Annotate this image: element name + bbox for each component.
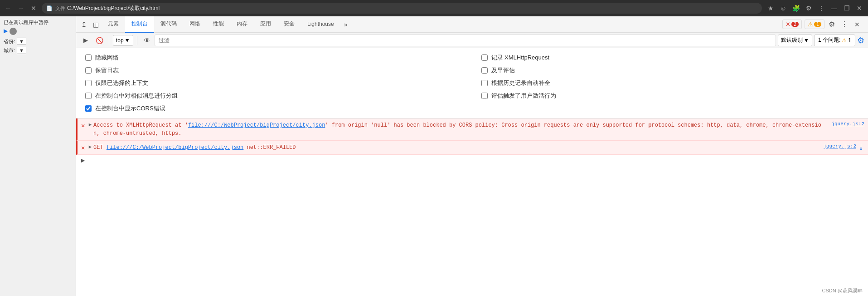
left-sidebar: 已在调试程序中暂停 ▶ 省份: ▼ 城市: ▼ xyxy=(0,16,76,296)
errors-count: 2 xyxy=(791,22,799,27)
address-bar[interactable]: 📄 文件 C:/WebProject/bigProject/读取city.htm… xyxy=(42,3,762,14)
hide-network-checkbox[interactable] xyxy=(85,54,92,61)
error-link-2[interactable]: file:///C:/WebProject/bigProject/city.js… xyxy=(107,144,243,151)
city-select-row: 城市: ▼ xyxy=(4,47,72,54)
setting-show-cors[interactable]: 在控制台中显示CORS错误 xyxy=(85,104,463,113)
errors-badge[interactable]: ✕ 2 xyxy=(782,20,802,29)
download-icon[interactable]: ⭳ xyxy=(858,143,864,151)
error-source-2[interactable]: jquery.js:2 xyxy=(823,143,856,149)
level-dropdown-arrow: ▼ xyxy=(804,37,809,44)
forward-button[interactable]: → xyxy=(16,4,25,13)
extensions-icon[interactable]: ★ xyxy=(766,3,776,13)
browser-chrome: ← → ✕ 📄 文件 C:/WebProject/bigProject/读取ci… xyxy=(0,0,868,16)
minimize-button[interactable]: — xyxy=(829,3,839,13)
filter-selects: 省份: ▼ xyxy=(4,38,72,45)
refresh-button[interactable]: ✕ xyxy=(29,4,38,13)
error-row-1: ✕ ► Access to XMLHttpRequest at 'file://… xyxy=(76,118,868,141)
tab-application[interactable]: 应用 xyxy=(254,16,277,33)
block-button[interactable]: 🚫 xyxy=(93,35,105,46)
city-select[interactable]: ▼ xyxy=(17,47,26,54)
level-selector[interactable]: 默认级别 ▼ xyxy=(778,35,812,46)
settings-grid: 隐藏网络 保留日志 仅限已选择的上下文 在控制台中对相似消息进行分组 xyxy=(85,54,859,113)
warnings-count: 1 xyxy=(814,22,821,27)
footer-watermark: CSDN @萩风溪畔 xyxy=(822,287,863,294)
address-text: C:/WebProject/bigProject/读取city.html xyxy=(67,5,160,12)
setting-eval-triggers[interactable]: 评估触发了用户激活行为 xyxy=(481,92,859,100)
setting-group-similar[interactable]: 在控制台中对相似消息进行分组 xyxy=(85,92,463,100)
show-cors-checkbox[interactable] xyxy=(85,105,92,112)
device-toggle-button[interactable]: ◫ xyxy=(90,19,102,30)
preserve-log-checkbox[interactable] xyxy=(85,67,92,74)
warnings-badge[interactable]: ⚠ 1 xyxy=(805,20,824,29)
devtools-more-button[interactable]: ⋮ xyxy=(839,19,850,30)
run-script-button[interactable]: ▶ xyxy=(80,35,92,46)
province-select[interactable]: ▼ xyxy=(17,38,26,45)
setting-context-only[interactable]: 仅限已选择的上下文 xyxy=(85,79,463,87)
error-link-1[interactable]: file:///C:/WebProject/bigProject/city.js… xyxy=(188,122,325,128)
tab-elements[interactable]: 元素 xyxy=(102,16,125,33)
devtools-settings-button[interactable]: ⚙ xyxy=(826,19,837,30)
province-label: 省份: xyxy=(4,38,15,45)
city-label: 城市: xyxy=(4,47,15,54)
devtools-icon[interactable]: ⚙ xyxy=(804,3,814,13)
tab-network[interactable]: 网络 xyxy=(183,16,207,33)
tab-bar: ↥ ◫ 元素 控制台 源代码 网络 性能 内存 应用 xyxy=(76,16,868,33)
settings-panel: 隐藏网络 保留日志 仅限已选择的上下文 在控制台中对相似消息进行分组 xyxy=(76,48,868,118)
autocomplete-checkbox[interactable] xyxy=(481,80,488,86)
running-label: 已在调试程序中暂停 xyxy=(4,19,48,26)
play-button[interactable]: ▶ xyxy=(4,28,8,35)
profile-icon[interactable]: ☺ xyxy=(778,3,788,13)
filter-input[interactable] xyxy=(155,35,776,46)
setting-log-xmlhttp[interactable]: 记录 XMLHttpRequest xyxy=(481,54,859,62)
tab-sources[interactable]: 源代码 xyxy=(154,16,183,33)
maximize-button[interactable]: ❐ xyxy=(842,3,852,13)
tab-more-button[interactable]: » xyxy=(340,21,351,28)
error-icon-1: ✕ xyxy=(81,122,85,129)
eager-eval-checkbox[interactable] xyxy=(481,67,488,74)
log-xmlhttp-checkbox[interactable] xyxy=(481,54,488,61)
setting-autocomplete[interactable]: 根据历史记录自动补全 xyxy=(481,79,859,87)
expand-button-1[interactable]: ► xyxy=(88,122,92,128)
tab-memory[interactable]: 内存 xyxy=(230,16,254,33)
lock-icon: 📄 xyxy=(46,5,53,11)
devtools-main: ↥ ◫ 元素 控制台 源代码 网络 性能 内存 应用 xyxy=(76,16,868,296)
eye-button[interactable]: 👁 xyxy=(141,35,153,46)
tab-lighthouse[interactable]: Lighthouse xyxy=(301,16,340,33)
console-toolbar: ▶ 🚫 top ▼ 👁 默认级别 ▼ 1 个问题: ⚠ 1 ⚙ xyxy=(76,33,868,48)
group-similar-checkbox[interactable] xyxy=(85,93,92,99)
eval-triggers-checkbox[interactable] xyxy=(481,93,488,99)
close-button[interactable]: ✕ xyxy=(854,3,864,13)
console-output: ✕ ► Access to XMLHttpRequest at 'file://… xyxy=(76,118,868,296)
devtools-close-button[interactable]: ✕ xyxy=(852,19,863,30)
expand-button-2[interactable]: ► xyxy=(88,144,92,150)
error-icon-2: ✕ xyxy=(81,144,85,152)
context-only-checkbox[interactable] xyxy=(85,80,92,86)
back-button[interactable]: ← xyxy=(4,4,13,13)
inspect-element-button[interactable]: ↥ xyxy=(78,19,90,30)
filter-box[interactable] xyxy=(155,35,776,46)
error-source-1[interactable]: jquery.js:2 xyxy=(831,121,864,127)
toolbar-divider-2 xyxy=(137,36,137,45)
toolbar-divider-1 xyxy=(109,36,109,45)
expand-arrow[interactable]: ► xyxy=(80,157,86,164)
context-dropdown-arrow: ▼ xyxy=(125,37,130,44)
setting-hide-network[interactable]: 隐藏网络 xyxy=(85,54,463,62)
browser-more[interactable]: ⋮ xyxy=(816,3,826,13)
extensions-btn[interactable]: 🧩 xyxy=(791,3,801,13)
setting-preserve-log[interactable]: 保留日志 xyxy=(85,66,463,74)
error-text-1: Access to XMLHttpRequest at 'file:///C:/… xyxy=(93,121,826,138)
tab-actions: ✕ 2 ⚠ 1 ⚙ ⋮ ✕ xyxy=(782,19,866,30)
error-text-2: GET file:///C:/WebProject/bigProject/cit… xyxy=(93,143,818,152)
dropdown-arrow-city: ▼ xyxy=(19,48,24,53)
record-button[interactable] xyxy=(10,28,17,35)
console-settings-button[interactable]: ⚙ xyxy=(857,35,864,45)
setting-eager-eval[interactable]: 及早评估 xyxy=(481,66,859,74)
tab-console[interactable]: 控制台 xyxy=(125,16,154,33)
address-prefix: 文件 xyxy=(55,5,65,12)
browser-actions: ★ ☺ 🧩 ⚙ ⋮ — ❐ ✕ xyxy=(766,3,864,13)
tab-performance[interactable]: 性能 xyxy=(207,16,230,33)
issues-badge[interactable]: 1 个问题: ⚠ 1 xyxy=(814,35,855,46)
context-selector[interactable]: top ▼ xyxy=(113,35,133,46)
dropdown-arrow: ▼ xyxy=(19,39,24,44)
tab-security[interactable]: 安全 xyxy=(277,16,301,33)
